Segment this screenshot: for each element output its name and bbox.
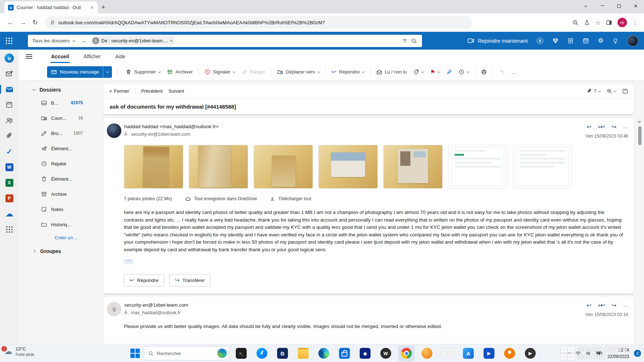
window-maximize-button[interactable] [611,0,627,12]
search-back-icon[interactable]: ← [81,38,87,44]
window-minimize-button[interactable] [594,0,611,12]
search-icon[interactable] [411,38,417,44]
report-button[interactable]: Signaler [201,66,238,78]
print-button[interactable] [478,66,490,78]
zoom-icon[interactable] [572,20,578,26]
new-tab-button[interactable]: + [101,4,105,11]
attachment-thumbnail[interactable] [318,145,378,189]
search-scope-dropdown[interactable]: Tous les dossiers [32,38,75,43]
attachment-thumbnail[interactable] [383,145,443,189]
tips-bulb-icon[interactable] [612,38,618,44]
message-more-icon[interactable]: … [623,302,628,309]
reading-pane-layout-icon[interactable] [622,88,628,94]
browser-tab[interactable]: o Courrier - haddad haddad - Outl × [4,1,98,13]
reply-icon[interactable]: ↩ [586,302,591,309]
attachment-thumbnail[interactable] [124,145,183,189]
attachments-count-button[interactable]: 7 [587,88,601,94]
outlook-logo-icon[interactable]: o [0,50,18,66]
tab-close-icon[interactable]: × [90,5,94,10]
rail-people-icon[interactable] [0,113,18,128]
taskbar-dropbox-icon[interactable]: ◆ [357,345,373,361]
next-button[interactable]: Suivant [168,88,184,94]
reply-button[interactable]: ↩ Répondre [329,66,368,78]
taskbar-b-app-icon[interactable]: B [274,345,291,361]
ribbon-hamburger-icon[interactable] [26,53,32,60]
reload-icon[interactable]: ↻ [29,18,41,26]
sidebar-panel-icon[interactable] [606,20,612,26]
bing-highlight-icon[interactable] [217,349,227,358]
close-message-button[interactable]: × Fermer [109,88,129,94]
sidebar-item-drafts[interactable]: Bro... 1807 [18,126,99,141]
taskbar-store-icon[interactable] [336,345,353,361]
move-to-button[interactable]: Déplacer vers [274,66,323,78]
rail-attachments-icon[interactable] [0,128,18,144]
sidebar-item-notes[interactable]: Notes [18,202,99,217]
attachment-thumbnail[interactable] [448,145,507,189]
zoom-message-button[interactable] [607,88,616,94]
attachment-thumbnail[interactable] [254,145,313,189]
forward-icon[interactable]: ↪ [612,302,616,309]
bookmark-star-icon[interactable]: ☆ [595,19,601,26]
forward-icon[interactable]: → [17,19,29,26]
sender-avatar[interactable]: S [107,302,121,316]
sidebar-item-history[interactable]: Historiq... [18,217,99,232]
volume-icon[interactable] [586,351,591,356]
tab-accueil[interactable]: Accueil [50,52,70,61]
archive-button[interactable]: Archiver [164,66,196,78]
tab-afficher[interactable]: Afficher [83,52,101,61]
rail-excel-icon[interactable]: X [0,175,18,190]
rail-more-apps-icon[interactable] [0,222,18,237]
taskbar-orange-media-icon[interactable] [501,345,518,361]
account-avatar[interactable] [627,35,638,46]
settings-gear-icon[interactable]: ⚙ [598,37,603,45]
reply-icon[interactable]: ↩ [586,123,591,130]
tab-search-icon[interactable] [577,0,594,12]
join-now-button[interactable]: Rejoindre maintenant [468,38,528,44]
scrollbar[interactable] [637,121,642,341]
rail-word-icon[interactable]: W [0,159,18,175]
reply-button-inline[interactable]: ↩ Répondre [124,274,164,286]
sidebar-item-deleted[interactable]: Élément... [18,171,99,186]
app-launcher-icon[interactable] [0,38,18,44]
taskbar-messenger-icon[interactable] [254,345,270,361]
taskbar-blue-a-app-icon[interactable]: A [460,345,477,361]
attachment-thumbnail[interactable] [189,145,248,189]
attachment-thumbnail[interactable] [513,145,572,189]
premium-gem-icon[interactable] [552,38,559,44]
chip-remove-icon[interactable]: × [170,38,173,43]
calendar-check-icon[interactable] [583,38,589,44]
create-folder-link[interactable]: Créer un ... [18,235,99,240]
sidebar-item-snoozed[interactable]: Répété [18,156,99,171]
sidebar-item-archive[interactable]: Archive [18,186,99,202]
rail-todo-icon[interactable]: ✓ [0,144,18,159]
start-button[interactable] [130,349,140,358]
new-message-dropdown[interactable] [103,66,112,78]
window-close-button[interactable]: × [627,0,644,12]
taskbar-terminal-icon[interactable]: >_ [233,345,250,361]
rail-onedrive-icon[interactable]: ☁ [0,206,18,222]
folders-header[interactable]: Dossiers [18,84,99,95]
battery-icon[interactable] [596,351,603,355]
search-filter-chip[interactable]: S De : security-en@1xbet-team.... × [91,36,176,45]
browser-profile-avatar[interactable]: m [618,18,627,27]
rail-powerpoint-icon[interactable]: P [0,190,18,206]
scrollbar-thumb[interactable] [638,126,641,145]
pin-button[interactable] [443,66,455,78]
taskbar-wikipedia-icon[interactable]: W [377,345,394,361]
tray-expand-icon[interactable] [568,352,571,355]
address-bar[interactable]: outlook.live.com/mail/0/id/AQQkADAwATYwM… [45,16,472,29]
flag-button[interactable]: ⚑ [427,66,443,78]
taskbar-weather[interactable]: ☁1 13°C Forte pluie [4,346,34,357]
notification-badge[interactable]: 2 [634,350,641,357]
taskbar-notepad-icon[interactable] [439,345,456,361]
onenote-feed-icon[interactable] [568,38,574,44]
taskbar-video-player-icon[interactable]: ▶ [481,345,497,361]
rail-calendar-icon[interactable] [0,97,18,113]
sidebar-item-junk[interactable]: Courr... 16 [18,110,99,126]
browser-menu-icon[interactable]: ⋮ [632,19,638,26]
new-message-button[interactable]: Nouveau message [47,66,112,78]
sidebar-item-sent[interactable]: Élément... [18,141,99,156]
sidebar-item-inbox[interactable]: B... 81975 [18,95,99,110]
wifi-icon[interactable] [575,351,581,356]
taskbar-file-explorer-icon[interactable] [295,345,311,361]
